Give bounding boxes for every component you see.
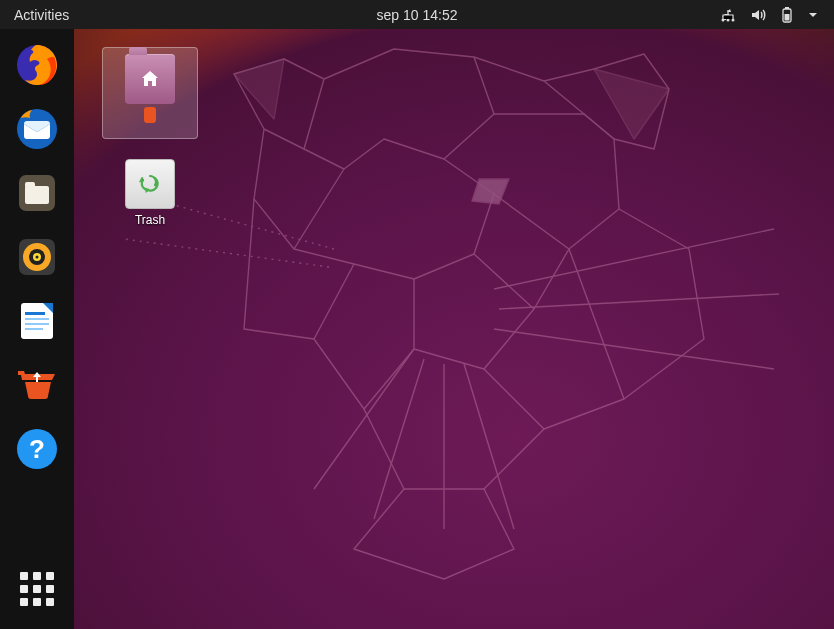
- dock-help[interactable]: ?: [11, 423, 63, 475]
- network-icon: [720, 7, 736, 23]
- dock-ubuntu-software[interactable]: [11, 359, 63, 411]
- svg-rect-4: [785, 7, 789, 9]
- activities-button[interactable]: Activities: [0, 7, 83, 23]
- dock-files[interactable]: [11, 167, 63, 219]
- svg-rect-10: [25, 182, 35, 188]
- desktop[interactable]: Trash: [74, 29, 834, 629]
- dock: ?: [0, 29, 74, 629]
- svg-rect-19: [25, 323, 49, 325]
- system-tray[interactable]: [720, 6, 834, 24]
- desktop-icon-trash-label: Trash: [135, 213, 165, 227]
- svg-point-15: [36, 256, 39, 259]
- clock[interactable]: sep 10 14:52: [377, 7, 458, 23]
- battery-icon: [780, 6, 794, 24]
- dock-firefox[interactable]: [11, 39, 63, 91]
- dock-rhythmbox[interactable]: [11, 231, 63, 283]
- volume-icon: [750, 7, 766, 23]
- svg-rect-18: [25, 318, 49, 320]
- wallpaper-focal-fossa: [114, 29, 794, 629]
- trash-icon: [125, 159, 175, 209]
- dock-libreoffice-writer[interactable]: [11, 295, 63, 347]
- desktop-icon-home-label: [144, 107, 156, 123]
- svg-rect-9: [25, 186, 49, 204]
- top-bar: Activities sep 10 14:52: [0, 0, 834, 29]
- show-applications-button[interactable]: [11, 563, 63, 615]
- dropdown-caret-icon: [808, 10, 818, 20]
- dock-thunderbird[interactable]: [11, 103, 63, 155]
- desktop-icon-home[interactable]: [102, 47, 198, 139]
- svg-rect-17: [25, 312, 45, 315]
- svg-rect-5: [785, 14, 790, 21]
- svg-rect-16: [21, 303, 53, 339]
- svg-rect-20: [25, 328, 43, 330]
- home-folder-icon: [125, 54, 175, 104]
- desktop-icon-trash[interactable]: Trash: [102, 159, 198, 227]
- svg-text:?: ?: [29, 434, 45, 464]
